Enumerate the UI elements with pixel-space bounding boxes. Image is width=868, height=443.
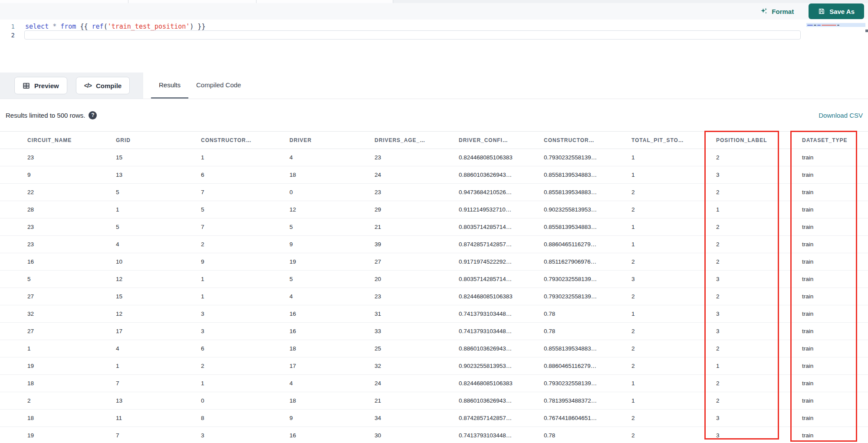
table-cell: 2 — [0, 392, 110, 410]
table-cell: 9 — [284, 236, 369, 253]
table-cell: train — [796, 271, 868, 288]
table-row: 51215200.8035714285714…0.7930232558139…3… — [0, 271, 868, 288]
table-cell: 5 — [110, 218, 195, 236]
table-cell: 3 — [195, 427, 284, 443]
table-cell: 2 — [626, 357, 710, 375]
help-icon[interactable]: ? — [89, 111, 97, 119]
results-tabs: Results Compiled Code — [151, 73, 249, 99]
table-cell: 0.8558139534883… — [538, 184, 626, 201]
table-cell: 0.9473684210526… — [453, 184, 538, 201]
table-cell: train — [796, 340, 868, 357]
column-header: TOTAL_PIT_STO… — [626, 132, 710, 149]
table-cell: train — [796, 184, 868, 201]
table-cell: 30 — [369, 427, 453, 443]
table-cell: 0.8558139534883… — [538, 166, 626, 184]
table-cell: 19 — [0, 357, 110, 375]
table-cell: 23 — [369, 288, 453, 305]
code-text-line-1: select * from {{ ref('train_test_positio… — [25, 23, 205, 30]
table-cell: train — [796, 149, 868, 166]
table-cell: 18 — [284, 392, 369, 410]
table-cell: 12 — [110, 271, 195, 288]
table-cell: 3 — [710, 166, 796, 184]
table-cell: 5 — [195, 201, 284, 218]
table-row: 231514230.8244680851063830.7930232558139… — [0, 149, 868, 166]
table-row: 23575210.8035714285714…0.8558139534883…1… — [0, 218, 868, 236]
table-row: 3212316310.7413793103448…0.7813train — [0, 305, 868, 323]
table-body: 231514230.8244680851063830.7930232558139… — [0, 149, 868, 443]
table-cell: 0.9023255813953… — [453, 357, 538, 375]
table-cell: 2 — [626, 253, 710, 271]
editor-toolbar: Format Save As — [0, 3, 868, 20]
table-cell: 0.7674418604651… — [538, 410, 626, 427]
table-cell: train — [796, 253, 868, 271]
results-table: CIRCUIT_NAMEGRIDCONSTRUCTOR…DRIVERDRIVER… — [0, 131, 868, 443]
table-cell: 15 — [110, 288, 195, 305]
table-grid-icon — [23, 82, 30, 89]
table-cell: 21 — [369, 218, 453, 236]
table-cell: 1 — [626, 149, 710, 166]
column-header: CONSTRUCTOR… — [195, 132, 284, 149]
table-cell: 11 — [110, 410, 195, 427]
table-cell: 18 — [0, 410, 110, 427]
table-cell: train — [796, 323, 868, 340]
table-cell: 15 — [110, 149, 195, 166]
table-cell: 0.7813953488372… — [538, 392, 626, 410]
table-cell: 2 — [626, 184, 710, 201]
tab-results[interactable]: Results — [151, 73, 188, 99]
table-cell: 27 — [369, 253, 453, 271]
table-cell: 22 — [0, 184, 110, 201]
preview-button[interactable]: Preview — [14, 77, 67, 94]
tab-compiled-code[interactable]: Compiled Code — [188, 73, 249, 99]
table-cell: 7 — [110, 427, 195, 443]
format-button[interactable]: Format — [760, 7, 794, 15]
table-cell: 0.8860103626943… — [453, 340, 538, 357]
code-icon: </> — [84, 82, 92, 89]
table-cell: 0.7413793103448… — [453, 305, 538, 323]
save-as-label: Save As — [829, 8, 855, 15]
table-cell: 19 — [0, 427, 110, 443]
results-info-bar: Results limited to 500 rows. ? Download … — [0, 99, 868, 131]
table-cell: 20 — [369, 271, 453, 288]
run-actions-panel: Preview </> Compile — [0, 73, 143, 99]
table-cell: 3 — [710, 410, 796, 427]
table-row: 23429390.8742857142857…0.8860465116279…1… — [0, 236, 868, 253]
table-cell: 2 — [710, 253, 796, 271]
table-cell: 0.8860103626943… — [453, 392, 538, 410]
table-cell: 13 — [110, 392, 195, 410]
table-cell: 3 — [626, 271, 710, 288]
table-cell: 7 — [195, 184, 284, 201]
table-cell: train — [796, 392, 868, 410]
compile-button[interactable]: </> Compile — [76, 77, 130, 94]
table-cell: 5 — [0, 271, 110, 288]
table-cell: 23 — [0, 236, 110, 253]
column-header: GRID — [110, 132, 195, 149]
dbt-ide-page: Format Save As 1 select * from {{ ref('t… — [0, 0, 868, 443]
action-bar: Preview </> Compile Results Compiled Cod… — [0, 73, 868, 99]
table-cell: 0.8860465116279… — [538, 236, 626, 253]
sql-code-editor[interactable]: 1 select * from {{ ref('train_test_posit… — [0, 20, 868, 73]
table-cell: 0.7930232558139… — [538, 149, 626, 166]
table-cell: 16 — [284, 305, 369, 323]
save-as-button[interactable]: Save As — [809, 3, 864, 19]
code-line-1[interactable]: 1 select * from {{ ref('train_test_posit… — [0, 22, 825, 31]
table-cell: 23 — [369, 149, 453, 166]
table-cell: 0.8511627906976… — [538, 253, 626, 271]
table-cell: train — [796, 305, 868, 323]
table-cell: 24 — [369, 375, 453, 392]
table-cell: 1 — [626, 236, 710, 253]
editor-minimap[interactable] — [806, 23, 865, 27]
table-cell: 0.9023255813953… — [538, 201, 626, 218]
table-cell: 1 — [195, 288, 284, 305]
table-cell: 21 — [369, 392, 453, 410]
tab-separator — [128, 0, 128, 3]
table-cell: 9 — [195, 253, 284, 271]
table-cell: 0.8558139534883… — [538, 218, 626, 236]
download-csv-link[interactable]: Download CSV — [819, 112, 863, 119]
table-cell: 0.7930232558139… — [538, 271, 626, 288]
table-cell: 1 — [710, 357, 796, 375]
code-line-2[interactable]: 2 — [0, 31, 825, 40]
table-cell: 10 — [110, 253, 195, 271]
table-cell: 9 — [284, 410, 369, 427]
table-cell: 1 — [626, 218, 710, 236]
table-cell: 0.824468085106383 — [453, 149, 538, 166]
